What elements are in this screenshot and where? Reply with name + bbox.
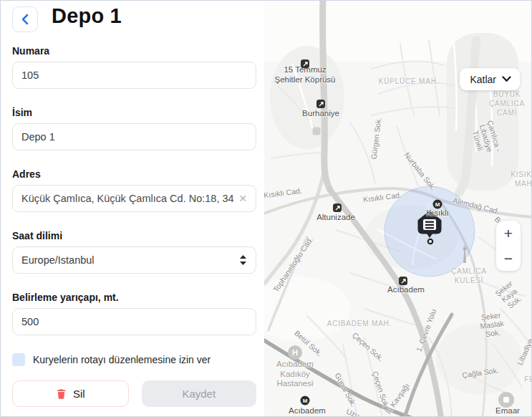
radius-label: Belirleme yarıçapı, mt. [12, 292, 256, 303]
chevron-down-icon [502, 76, 511, 82]
address-label: Adres [12, 168, 256, 180]
select-stepper-icon [239, 255, 247, 265]
courier-route-row: Kuryelerin rotayı düzenlemesine izin ver [12, 353, 256, 366]
name-input[interactable]: Depo 1 [12, 123, 256, 150]
timezone-select[interactable]: Europe/Istanbul [12, 246, 256, 274]
save-label: Kaydet [182, 388, 216, 400]
delete-button[interactable]: Sil [12, 380, 129, 407]
number-label: Numara [12, 45, 256, 57]
map[interactable]: 15 Temmuz Şehitler KöprüsüBurhaniyeKÜPLÜ… [264, 1, 532, 417]
number-input[interactable]: 105 [12, 62, 256, 89]
name-label: İsim [12, 107, 256, 118]
map-canvas [264, 1, 532, 417]
zoom-out-button[interactable]: − [496, 246, 521, 271]
zoom-control: + − [496, 221, 521, 271]
warehouse-form: Numara 105 İsim Depo 1 Adres Küçük Çamlı… [12, 45, 256, 407]
warehouse-edit-page: Depo 1 Numara 105 İsim Depo 1 Adres Küçü… [0, 0, 532, 417]
field-timezone: Saat dilimi Europe/Istanbul [12, 230, 256, 274]
address-input[interactable]: Küçük Çamlıca, Küçük Çamlıca Cd. No:18, … [12, 185, 256, 212]
field-radius: Belirleme yarıçapı, mt. 500 [12, 292, 256, 335]
courier-route-label: Kuryelerin rotayı düzenlemesine izin ver [33, 354, 211, 365]
zoom-in-button[interactable]: + [496, 221, 521, 246]
courier-route-checkbox[interactable] [12, 353, 25, 366]
field-name: İsim Depo 1 [12, 107, 256, 150]
delete-label: Sil [73, 388, 85, 400]
trash-icon [56, 388, 67, 399]
field-number: Numara 105 [12, 45, 256, 89]
layers-button[interactable]: Katlar [460, 68, 520, 90]
back-button[interactable] [12, 6, 38, 32]
clear-address-icon[interactable]: ✕ [238, 193, 247, 203]
action-buttons: Sil Kaydet [12, 380, 256, 407]
chevron-left-icon [21, 14, 29, 25]
field-address: Adres Küçük Çamlıca, Küçük Çamlıca Cd. N… [12, 168, 256, 212]
timezone-label: Saat dilimi [12, 230, 256, 241]
layers-label: Katlar [470, 74, 496, 85]
radius-input[interactable]: 500 [12, 308, 256, 335]
save-button[interactable]: Kaydet [142, 380, 257, 407]
page-title: Depo 1 [52, 4, 122, 28]
